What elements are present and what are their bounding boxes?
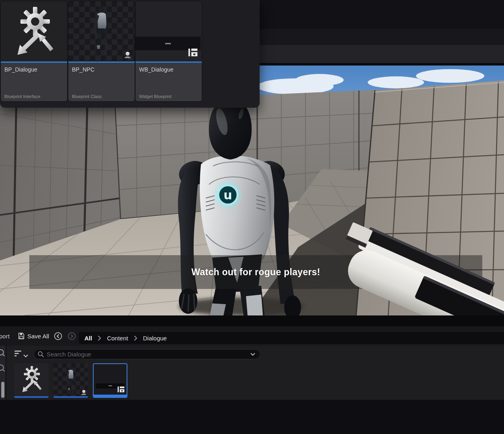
content-browser-toolbar: port Save All All Content	[0, 326, 504, 346]
search-icon	[37, 351, 44, 358]
breadcrumb-content[interactable]: Content	[104, 335, 131, 342]
asset-card-wb-dialogue[interactable]: WB_Dialogue Widget Blueprint	[135, 1, 202, 101]
panel-empty-area	[0, 400, 504, 434]
filter-button[interactable]	[14, 350, 23, 359]
breadcrumb: All Content Dialogue	[79, 332, 504, 344]
blueprint-interface-icon	[18, 365, 45, 394]
asset-card-thumbnail	[135, 1, 202, 61]
forward-button[interactable]	[67, 331, 76, 341]
widget-preview	[94, 364, 127, 397]
widget-blueprint-icon	[188, 48, 198, 58]
asset-color-bar	[68, 61, 135, 63]
widget-blueprint-icon	[117, 386, 125, 394]
asset-color-bar	[14, 396, 49, 398]
search-input[interactable]	[47, 351, 250, 358]
asset-grid	[14, 363, 127, 398]
asset-thumbnail-bp-npc[interactable]	[53, 363, 88, 398]
right-shin-armor	[246, 295, 263, 315]
asset-type: Blueprint Class	[72, 94, 102, 99]
filter-icon	[14, 350, 23, 357]
search-bar[interactable]	[34, 349, 260, 359]
breadcrumb-separator-icon	[94, 336, 104, 341]
save-all-icon	[18, 332, 25, 340]
panel-divider-strip	[0, 315, 504, 326]
arrow-left-circle-icon	[53, 332, 63, 341]
left-knee-armor	[210, 303, 226, 315]
asset-tooltip-popup: BP_Dialogue Blueprint Interface BP_NPC B…	[0, 0, 260, 108]
asset-card-thumbnail	[68, 1, 135, 61]
arrow-right-circle-icon	[67, 332, 76, 341]
breadcrumb-separator-icon	[131, 336, 141, 341]
character-indicator-icon	[81, 389, 87, 397]
sources-panel-edge	[0, 346, 6, 400]
asset-card-bp-npc[interactable]: BP_NPC Blueprint Class	[68, 1, 135, 101]
asset-card-thumbnail	[1, 1, 67, 61]
breadcrumb-all[interactable]: All	[82, 335, 94, 342]
asset-color-bar	[135, 61, 202, 63]
asset-name: WB_Dialogue	[139, 66, 174, 73]
filter-chevron-icon[interactable]	[23, 352, 28, 359]
clipped-panel-icon[interactable]	[0, 348, 6, 358]
mannequin-thumbnail	[61, 365, 80, 396]
asset-name: BP_Dialogue	[4, 66, 37, 73]
save-all-label: Save All	[27, 333, 49, 340]
clipped-panel-icon[interactable]	[0, 363, 6, 373]
asset-name: BP_NPC	[72, 66, 94, 73]
breadcrumb-dialogue[interactable]: Dialogue	[141, 335, 169, 342]
asset-thumbnail-wb-dialogue[interactable]	[93, 363, 127, 398]
save-all-button[interactable]: Save All	[18, 332, 49, 340]
blueprint-interface-icon	[10, 4, 59, 58]
search-dropdown-chevron-icon[interactable]	[250, 353, 255, 356]
asset-thumbnail-bp-dialogue[interactable]	[14, 363, 49, 398]
asset-card-bp-dialogue[interactable]: BP_Dialogue Blueprint Interface	[1, 1, 67, 101]
unreal-editor-window: u	[0, 0, 504, 434]
asset-type: Widget Blueprint	[139, 94, 172, 99]
back-button[interactable]	[53, 331, 63, 341]
import-button-partial[interactable]: port	[0, 333, 11, 340]
character-indicator-icon	[124, 51, 131, 60]
asset-color-bar	[1, 61, 67, 63]
vertical-scrollbar[interactable]	[1, 382, 4, 398]
asset-color-bar	[53, 396, 88, 398]
content-browser-body	[0, 346, 504, 400]
asset-type: Blueprint Interface	[4, 94, 40, 99]
asset-color-bar-selected	[94, 395, 127, 397]
unreal-logo: u	[223, 188, 232, 202]
mannequin-thumbnail	[84, 4, 119, 59]
